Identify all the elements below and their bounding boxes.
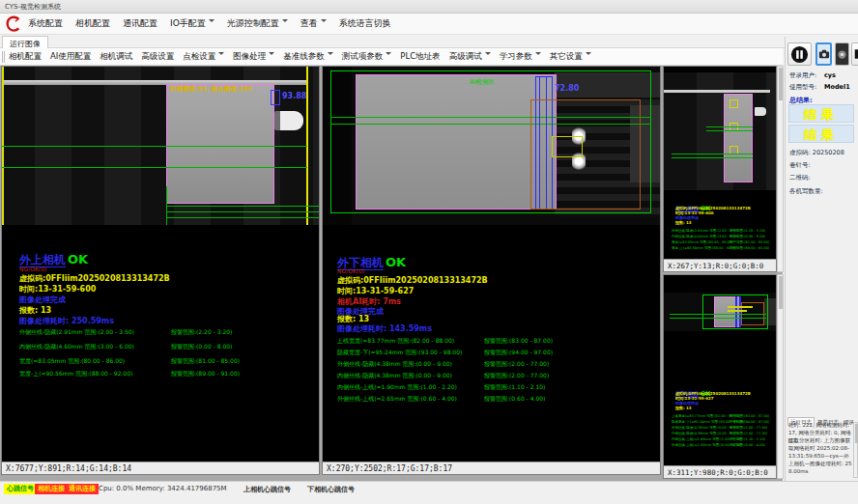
exit-door-icon: [853, 48, 858, 60]
pause-button[interactable]: [787, 42, 812, 66]
measure-row: 内侧丝线-隐藏(4.38mm 范围:(0.00 - 9.00): [672, 432, 738, 435]
menu-item-io-config[interactable]: IO手配置: [170, 17, 214, 30]
pause-icon: [790, 45, 809, 64]
alarm-range: 报警范围:(1.10 - 2.10): [729, 437, 765, 441]
alarm-range: 报警范围:(89.00 - 91.00): [171, 370, 240, 378]
overlay-region-label: AI检测区: [470, 78, 495, 87]
measure-line-green: [706, 126, 753, 127]
tool-test-params[interactable]: 测试项参数: [342, 51, 392, 63]
measure-row: 宽度-上(=90.56mm 范围:(88.00 - 92.00): [672, 246, 737, 250]
lower-camera-heartbeat-text: 下相机心跳信号: [307, 485, 355, 494]
bright-band: [664, 90, 770, 93]
tool-ai-config[interactable]: AI使用配置: [50, 51, 91, 63]
menu-item-view[interactable]: 查看: [300, 17, 327, 30]
ng-output-line: NG/OK(0): [337, 267, 364, 274]
alarm-range: 报警范围:(83.00 - 87.00): [484, 337, 553, 346]
toolbar-grip: [2, 51, 5, 63]
roi-box-blue: [735, 296, 737, 327]
scrollbar-thumb[interactable]: [779, 276, 783, 309]
tool-camera-config[interactable]: 相机配置: [9, 51, 42, 63]
comm-connection-badge: 通讯连接: [66, 484, 99, 494]
alarm-range: 报警范围:(0.60 - 4.00): [484, 395, 545, 404]
camera-panel-lower-outer: AI检测区 72.80 外下相机OK NG/OK(0) 虚拟码:0FFIiim2…: [322, 66, 661, 475]
product-region: [166, 84, 274, 204]
count-line: 报数: 13: [675, 220, 692, 225]
cursor-coordinates-bar: X:311;Y:980;R:0;G:0;B:0: [664, 465, 776, 478]
result-display-2: 结果: [788, 125, 854, 143]
tool-advanced-debug[interactable]: 高级调试: [449, 51, 491, 63]
count-line: 报数: 13: [19, 305, 51, 316]
alarm-range: 报警范围:(81.00 - 85.00): [171, 357, 240, 366]
measure-line-green: [672, 157, 753, 158]
window-title: CYS-视觉检测系统: [5, 3, 61, 11]
upper-camera-heartbeat-text: 上相机心跳信号: [243, 485, 291, 494]
tool-spot-check[interactable]: 点检设置: [183, 51, 224, 63]
measure-row: 内侧丝线-隐藏(4.38mm 范围:(0.00 - 9.00): [337, 372, 452, 380]
record-icon: [837, 49, 847, 60]
camera-connection-badge: 相机连接: [35, 484, 68, 494]
alarm-range: 报警范围:(94.00 - 97.00): [729, 420, 769, 424]
cursor-coordinates-bar: X:270;Y:2502;R:17;G:17;B:17: [323, 462, 660, 474]
measure-line-green: [706, 130, 753, 131]
scrollbar-thumb[interactable]: [779, 68, 783, 100]
measure-row: 内侧丝线-上线(=1.90mm 范围:(1.00 - 2.20): [337, 383, 457, 392]
tab-run-image[interactable]: 运行图像: [2, 36, 48, 48]
menu-item-comm-config[interactable]: 通讯配置: [123, 17, 157, 30]
menu-item-language-switch[interactable]: 系统语言切换: [339, 17, 391, 30]
tool-image-processing[interactable]: 图像处理: [233, 51, 274, 63]
camera-image-upper-outer[interactable]: 纤维阈值:93, 吻合阈值:100 93.88: [2, 67, 319, 225]
menubar: 系统配置 相机配置 通讯配置 IO手配置 光源控制配置 查看 系统语言切换: [0, 14, 858, 35]
result-ok-text: OK: [68, 252, 88, 266]
measure-row: 外侧丝线-隐藏(4.38mm 范围:(0.00 - 9.00): [337, 360, 452, 369]
mini-camera-image-lower[interactable]: [664, 293, 776, 331]
measure-row: 内侧丝线-隐藏(4.60mm 范围:(3.00 - 6.00): [672, 235, 738, 238]
alarm-range: 报警范围:(0.00 - 8.00): [171, 343, 232, 351]
tool-other-settings[interactable]: 其它设置: [550, 51, 591, 63]
exit-button[interactable]: [851, 42, 858, 66]
model-value: Model1: [824, 83, 850, 91]
tool-learn-params[interactable]: 学习参数: [500, 51, 541, 63]
log-scrollbar[interactable]: [853, 422, 858, 478]
measure-row: 宽度(=83.05mm 范围:(80.00 - 86.00): [19, 357, 125, 366]
roi-box-orange: [530, 99, 641, 210]
alarm-range: 报警范围:(81.00 - 85.00): [729, 240, 769, 244]
cursor-coordinates-bar: X:267;Y:13;R:0;G:0;B:0: [664, 259, 776, 271]
result-ok-text: OK: [386, 255, 406, 269]
camera-live-button[interactable]: [815, 42, 832, 66]
pin-number-label: 卷针号:: [789, 161, 811, 170]
camera-image-lower-outer[interactable]: AI检测区 72.80: [323, 67, 660, 225]
menu-item-light-control[interactable]: 光源控制配置: [227, 17, 288, 30]
overlay-measure-value: 72.80: [555, 84, 579, 93]
tool-baseline-params[interactable]: 基准线参数: [283, 51, 333, 63]
measure-row: 宽度(=83.05mm 范围:(80.00 - 86.00): [672, 240, 733, 244]
overlay-label-yellow: [728, 310, 747, 312]
mini-camera-image-upper[interactable]: [664, 72, 776, 190]
connector-part: [755, 107, 766, 116]
tool-camera-debug[interactable]: 相机调试: [100, 51, 132, 63]
main-area: 纤维阈值:93, 吻合阈值:100 93.88 外上相机OK NG/OK(0) …: [0, 66, 783, 481]
write-count-label: 各机写数量:: [789, 187, 823, 196]
record-button[interactable]: [835, 42, 849, 66]
scrollbar-vertical[interactable]: [777, 274, 784, 479]
product-region: [724, 94, 753, 182]
alarm-range: 报警范围:(83.00 - 87.00): [729, 414, 769, 418]
app-logo-icon: [5, 15, 22, 33]
tool-plc-address[interactable]: PLC地址表: [400, 51, 440, 63]
measure-line-green: [2, 167, 307, 168]
alarm-range: 报警范围:(94.00 - 97.00): [484, 349, 553, 357]
tool-advanced-settings[interactable]: 高级设置: [141, 51, 174, 63]
heartbeat-status-badge: 心跳信号: [4, 484, 37, 494]
scrollbar-vertical[interactable]: [777, 66, 784, 272]
alarm-range: 报警范围:(2.00 - 77.00): [729, 426, 767, 430]
alarm-range: 报警范围:(2.20 - 3.20): [171, 328, 232, 337]
menu-item-camera-config[interactable]: 相机配置: [75, 17, 110, 30]
menu-item-system-config[interactable]: 系统配置: [28, 17, 63, 30]
alarm-range: 报警范围:(2.20 - 3.20): [729, 229, 765, 233]
elapsed-line: 图像处理耗时: 250.59ms: [19, 316, 114, 326]
control-sidebar: 登录用户: cys 使用型号: Model1 总结果: 结果 结果 虚拟码: 2…: [785, 37, 858, 481]
app-window: CYS-视觉检测系统 系统配置 相机配置 通讯配置 IO手配置 光源控制配置 查…: [0, 0, 858, 504]
login-user-value: cys: [824, 71, 836, 79]
measure-row: 外侧丝线-上线(=2.65mm 范围:(0.60 - 4.00): [337, 395, 457, 404]
roi-box-blue: [271, 90, 280, 105]
roi-box-yellow: [552, 136, 583, 157]
